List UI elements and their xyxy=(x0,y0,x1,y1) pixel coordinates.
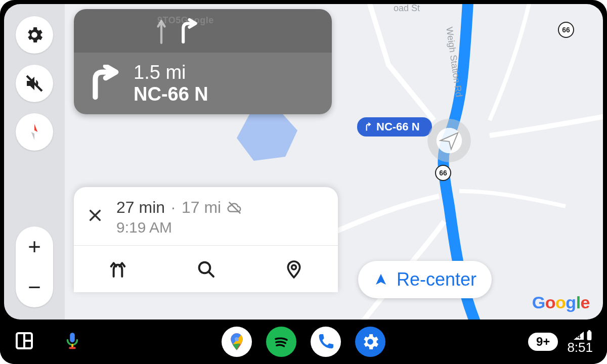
current-location-puck xyxy=(424,115,474,166)
zoom-in-button[interactable]: + xyxy=(28,226,41,267)
zoom-control: + − xyxy=(16,226,53,307)
app-launcher-button[interactable] xyxy=(14,331,34,353)
gear-icon xyxy=(24,25,45,45)
signal-icon: 4 xyxy=(573,331,585,341)
trip-summary-card: 27 min · 17 mi 9:19 AM xyxy=(74,187,338,292)
gear-icon xyxy=(360,332,380,352)
destination-button[interactable] xyxy=(250,246,338,292)
search-button[interactable] xyxy=(162,246,250,292)
trip-separator: · xyxy=(171,198,176,217)
dock-phone-app[interactable] xyxy=(311,327,341,357)
alternate-routes-button[interactable] xyxy=(74,246,162,292)
alt-routes-icon xyxy=(108,259,128,279)
close-icon xyxy=(87,207,103,223)
turn-right-icon xyxy=(363,122,373,132)
turn-distance: 1.5 mi xyxy=(134,62,208,83)
clock-time: 8:51 xyxy=(567,341,593,354)
svg-text:4: 4 xyxy=(577,333,581,340)
svg-rect-13 xyxy=(587,331,592,340)
svg-point-11 xyxy=(235,337,239,341)
settings-button[interactable] xyxy=(16,16,53,54)
route-shield-icon: 66 xyxy=(558,22,574,38)
pin-icon xyxy=(284,259,304,279)
next-turn-chip: NC-66 N xyxy=(357,117,432,136)
dock-spotify-app[interactable] xyxy=(266,327,296,357)
svg-line-3 xyxy=(209,272,213,277)
turn-road-name: NC-66 N xyxy=(134,83,208,105)
voice-assistant-button[interactable] xyxy=(63,331,82,352)
lane-guidance-row: 9TO5Google xyxy=(74,9,332,53)
recenter-label: Re-center xyxy=(397,269,476,290)
cloud-off-icon xyxy=(227,200,242,215)
notification-count-badge[interactable]: 9+ xyxy=(528,333,558,351)
watermark-text: 9TO5Google xyxy=(157,15,214,26)
phone-icon xyxy=(316,332,336,352)
turn-right-icon xyxy=(85,65,120,102)
svg-rect-14 xyxy=(588,330,590,332)
navigation-instruction-card: 9TO5Google 1.5 mi NC-66 N xyxy=(74,9,332,114)
dock-settings-app[interactable] xyxy=(355,327,385,357)
svg-rect-8 xyxy=(70,333,75,342)
navigation-arrow-icon xyxy=(373,272,388,287)
trip-distance: 17 mi xyxy=(182,198,221,217)
svg-point-4 xyxy=(292,265,296,269)
trip-duration: 27 min xyxy=(116,198,165,217)
left-control-rail: + − xyxy=(4,4,65,320)
zoom-out-button[interactable]: − xyxy=(28,267,41,307)
app-dock xyxy=(222,327,385,357)
close-trip-button[interactable] xyxy=(87,207,103,228)
compass-icon xyxy=(25,122,44,142)
system-bar: 9+ 4 8:51 xyxy=(0,320,607,364)
navigation-main-row: 1.5 mi NC-66 N xyxy=(74,53,332,114)
recenter-button[interactable]: Re-center xyxy=(358,261,492,298)
battery-icon xyxy=(586,330,593,341)
volume-off-icon xyxy=(24,73,45,94)
compass-button[interactable] xyxy=(16,113,53,151)
mute-button[interactable] xyxy=(16,65,53,102)
next-turn-chip-label: NC-66 N xyxy=(376,120,420,133)
maps-pin-icon xyxy=(227,332,247,352)
microphone-icon xyxy=(63,331,82,350)
street-label: oad St xyxy=(394,4,420,14)
spotify-icon xyxy=(270,331,292,353)
google-logo: Google xyxy=(532,293,590,312)
dock-maps-app[interactable] xyxy=(222,327,252,357)
route-shield-icon: 66 xyxy=(435,165,451,181)
trip-eta: 9:19 AM xyxy=(116,219,242,236)
grid-icon xyxy=(14,331,34,351)
search-icon xyxy=(196,259,216,279)
